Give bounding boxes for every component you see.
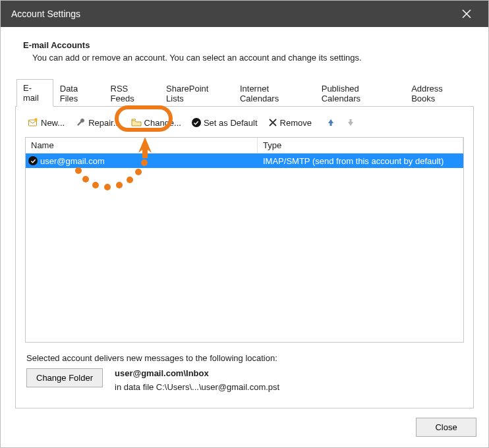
- envelope-new-icon: [28, 117, 38, 128]
- close-button[interactable]: Close: [416, 418, 476, 437]
- tab-data-files[interactable]: Data Files: [53, 80, 104, 107]
- email-tab-panel: New... Repair... Change...: [15, 107, 474, 408]
- move-up-button[interactable]: [324, 117, 338, 128]
- remove-x-icon: [268, 118, 277, 127]
- delivery-location-path: user@gmail.com\Inbox: [115, 368, 279, 378]
- tab-rss-feeds[interactable]: RSS Feeds: [104, 80, 160, 107]
- delivery-section: Selected account delivers new messages t…: [26, 353, 463, 396]
- dialog-footer: Close: [1, 408, 488, 447]
- remove-account-label: Remove: [280, 118, 312, 128]
- accounts-list-header: Name Type: [26, 138, 463, 154]
- tab-bar: E-mail Data Files RSS Feeds SharePoint L…: [15, 78, 474, 107]
- window-title: Account Settings: [11, 9, 80, 19]
- account-name: user@gmail.com: [40, 156, 258, 166]
- check-circle-icon: [28, 156, 38, 165]
- account-row[interactable]: user@gmail.com IMAP/SMTP (send from this…: [26, 154, 463, 168]
- folder-open-icon: [131, 117, 142, 128]
- delivery-text: Selected account delivers new messages t…: [26, 353, 463, 363]
- column-name[interactable]: Name: [26, 138, 258, 153]
- new-account-button[interactable]: New...: [25, 116, 67, 129]
- content-area: E-mail Accounts You can add or remove an…: [1, 27, 488, 408]
- accounts-list: Name Type user@gmail.com IMAP/SMTP (send…: [25, 137, 464, 343]
- column-type[interactable]: Type: [258, 138, 463, 153]
- accounts-toolbar: New... Repair... Change...: [25, 116, 464, 129]
- delivery-datafile: in data file C:\Users\...\user@gmail.com…: [115, 382, 279, 392]
- section-description: You can add or remove an account. You ca…: [32, 53, 474, 63]
- close-icon[interactable]: [455, 7, 478, 21]
- arrow-down-icon: [346, 118, 355, 127]
- tab-email[interactable]: E-mail: [16, 79, 53, 107]
- remove-account-button[interactable]: Remove: [266, 117, 314, 129]
- change-account-button[interactable]: Change...: [129, 116, 184, 129]
- wrench-icon: [75, 117, 86, 128]
- account-settings-window: Account Settings E-mail Accounts You can…: [0, 0, 489, 448]
- move-down-button[interactable]: [343, 117, 358, 128]
- tab-internet-calendars[interactable]: Internet Calendars: [233, 80, 315, 107]
- default-account-indicator: [26, 156, 40, 165]
- svg-point-1: [34, 118, 37, 121]
- repair-account-button[interactable]: Repair...: [72, 116, 123, 129]
- tab-address-books[interactable]: Address Books: [405, 80, 474, 107]
- set-default-button[interactable]: Set as Default: [189, 117, 260, 129]
- change-account-label: Change...: [144, 118, 181, 128]
- tab-published-calendars[interactable]: Published Calendars: [315, 80, 405, 107]
- tab-sharepoint-lists[interactable]: SharePoint Lists: [159, 80, 233, 107]
- delivery-location: user@gmail.com\Inbox in data file C:\Use…: [115, 368, 279, 396]
- arrow-up-icon: [326, 118, 335, 127]
- accounts-list-body[interactable]: user@gmail.com IMAP/SMTP (send from this…: [26, 154, 463, 342]
- titlebar: Account Settings: [1, 1, 488, 27]
- set-default-label: Set as Default: [204, 118, 258, 128]
- repair-account-label: Repair...: [88, 118, 120, 128]
- section-title: E-mail Accounts: [23, 40, 474, 50]
- new-account-label: New...: [41, 118, 65, 128]
- check-circle-icon: [192, 118, 201, 127]
- account-type: IMAP/SMTP (send from this account by def…: [258, 156, 463, 166]
- change-folder-button[interactable]: Change Folder: [26, 368, 103, 387]
